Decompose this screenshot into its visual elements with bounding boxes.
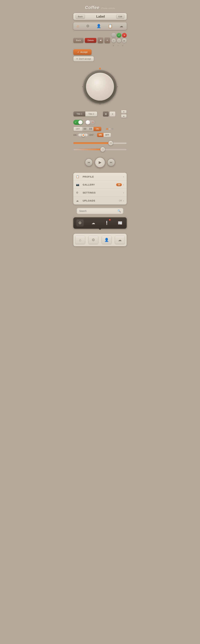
arrow-btn-group: ▼ ▲	[121, 110, 127, 118]
dark-tab-alert[interactable]: ❕	[103, 219, 110, 227]
off-segment-button[interactable]: OFF	[74, 127, 82, 131]
bottom-cloud-icon: ☁	[118, 238, 122, 242]
list-chevron-gallery: ›	[123, 183, 124, 186]
arrow-up-button[interactable]: ▲	[121, 114, 127, 118]
minus-button[interactable]: −	[117, 38, 121, 43]
bottom-gear-icon: ⚙	[92, 238, 95, 242]
slider-1-track	[73, 142, 127, 144]
slider-1-container	[73, 141, 127, 145]
bottom-tab-bar: ⌂ ⚙ 👤 ☁	[73, 234, 127, 246]
dark-gear-icon: ⚙	[78, 221, 82, 225]
tab-cloud-icon[interactable]: ☁	[119, 24, 123, 28]
tab-document-icon[interactable]: 📋	[108, 24, 112, 28]
nav-edit-button[interactable]: Edit	[116, 14, 124, 19]
play-button[interactable]: ▶	[95, 157, 105, 168]
knob-track[interactable]	[83, 70, 117, 103]
list-chevron-uploads: ›	[123, 199, 124, 202]
slider-2-track	[73, 148, 127, 150]
accept-checkmark-icon: ✓	[77, 51, 79, 54]
dot-row	[106, 128, 113, 130]
dark-tab-badge	[109, 219, 111, 221]
tab-settings-icon[interactable]: ⚙	[86, 24, 90, 28]
dot-orange	[106, 128, 108, 130]
dark-document-icon: 📰	[118, 221, 122, 225]
toggle-off-red[interactable]: ✕	[85, 120, 95, 125]
knob-inner[interactable]	[86, 73, 114, 101]
list-chevron-profile: ›	[123, 175, 124, 178]
checkmark-button[interactable]: ✓	[117, 33, 121, 38]
offon-segment: OFF ⠿⠿ ⠿⠿ ON	[73, 127, 101, 131]
list-label-settings: SETTINGS	[83, 191, 123, 194]
prev-button[interactable]: ⏮	[85, 158, 93, 166]
onoff-on-button[interactable]: ON	[97, 133, 103, 137]
chevron-small: ›	[116, 44, 120, 48]
onoff-off-button[interactable]: OFF	[103, 133, 111, 137]
gallery-badge: 10	[116, 183, 122, 186]
view-toggle: ⊞ ≡	[103, 111, 115, 117]
toggle-on-label: ON	[73, 134, 77, 136]
toggle-off-label: OFF	[89, 134, 94, 136]
segment-control: Title 1 Title 2	[73, 111, 97, 116]
segment-title1[interactable]: Title 1	[74, 112, 85, 116]
dark-tab-cloud[interactable]: ☁	[90, 219, 97, 227]
accept-button[interactable]: ✓ Accept	[73, 49, 92, 55]
plus-button[interactable]: +	[111, 38, 116, 43]
chevron-right-button[interactable]: ▶	[122, 38, 127, 43]
knob-indicator	[99, 68, 101, 70]
bottom-tab-user[interactable]: 👤	[102, 236, 112, 244]
onoff-pair: ON OFF	[97, 133, 111, 137]
bottom-user-icon: 👤	[104, 238, 109, 242]
menu-button[interactable]: ≡	[104, 38, 110, 43]
app-header: Coffee iPhone controls	[85, 5, 115, 10]
dark-tab-gear[interactable]: ⚙	[76, 219, 84, 227]
controls-section: Title 1 Title 2 ⊞ ≡ ▼ ▲ ✓ ✕	[73, 110, 127, 138]
slider-1-thumb[interactable]	[108, 141, 113, 146]
grid-view-button[interactable]: ⊞	[103, 111, 109, 117]
uploads-icon: ☁	[76, 199, 81, 202]
arrow-left-button[interactable]: ◄	[98, 38, 103, 43]
next-button[interactable]: ⏭	[107, 158, 115, 166]
bottom-tab-gear[interactable]: ⚙	[88, 236, 98, 244]
icon-cluster: ✓ ✕ + − ▶ ≡ › ✓	[111, 33, 127, 48]
slider-2-thumb[interactable]	[100, 147, 105, 152]
bottom-tab-cloud[interactable]: ☁	[115, 236, 125, 244]
toggle-x-icon: ✕	[92, 121, 94, 124]
back-button[interactable]: Back	[73, 38, 84, 43]
toggle-row: ✓ ✕	[73, 120, 127, 125]
bottom-tab-home[interactable]: ⌂	[75, 236, 85, 244]
dont-accept-x-icon: ✕	[76, 58, 78, 60]
dont-accept-button[interactable]: ✕ Don't accept	[73, 56, 94, 62]
arrow-down-button[interactable]: ▼	[121, 110, 127, 114]
slider-toggle[interactable]	[78, 133, 88, 136]
list-item-profile[interactable]: 📋 PROFILE ›	[73, 173, 127, 181]
delete-button[interactable]: Delete	[85, 38, 97, 43]
tab-home-icon[interactable]: ⌂	[77, 24, 79, 28]
tab-user-icon[interactable]: 👤	[97, 24, 101, 28]
list-view-button[interactable]: ≡	[109, 111, 115, 117]
check-small: ✓	[121, 44, 125, 48]
close-button[interactable]: ✕	[122, 33, 127, 38]
toggle-on-green[interactable]: ✓	[73, 120, 83, 125]
circle-btn-1[interactable]	[111, 33, 116, 38]
list-label-profile: PROFILE	[83, 176, 123, 178]
list-label-gallery: GALLERY	[83, 184, 116, 186]
toggle-check-icon: ✓	[75, 121, 77, 124]
segment-title2[interactable]: Title 2	[85, 112, 97, 116]
dark-tab-document[interactable]: 📰	[116, 219, 124, 227]
list-item-settings[interactable]: ⚙ SETTINGS ›	[73, 189, 127, 197]
list-item-gallery[interactable]: 📷 GALLERY 10 ›	[73, 181, 127, 189]
list-item-uploads[interactable]: ☁ UPLOADS Off ›	[73, 197, 127, 204]
list-chevron-settings: ›	[123, 191, 124, 194]
slider-toggle-knob	[82, 133, 85, 137]
search-input[interactable]	[79, 210, 117, 212]
nav-back-button[interactable]: Back	[76, 14, 85, 19]
list-label-uploads: UPLOADS	[83, 199, 119, 202]
list-menu: 📋 PROFILE › 📷 GALLERY 10 › ⚙ SETTINGS › …	[73, 173, 127, 204]
app-subtitle: iPhone controls	[101, 7, 115, 10]
dark-alert-icon: ❕	[104, 221, 109, 225]
dark-tab-bar: ⚙ ☁ ❕ 📰	[73, 217, 127, 229]
slider-toggle-dot	[83, 134, 84, 136]
dot-gray1	[109, 128, 111, 130]
knob-section	[82, 68, 118, 105]
on-segment-button[interactable]: ON	[94, 127, 101, 131]
